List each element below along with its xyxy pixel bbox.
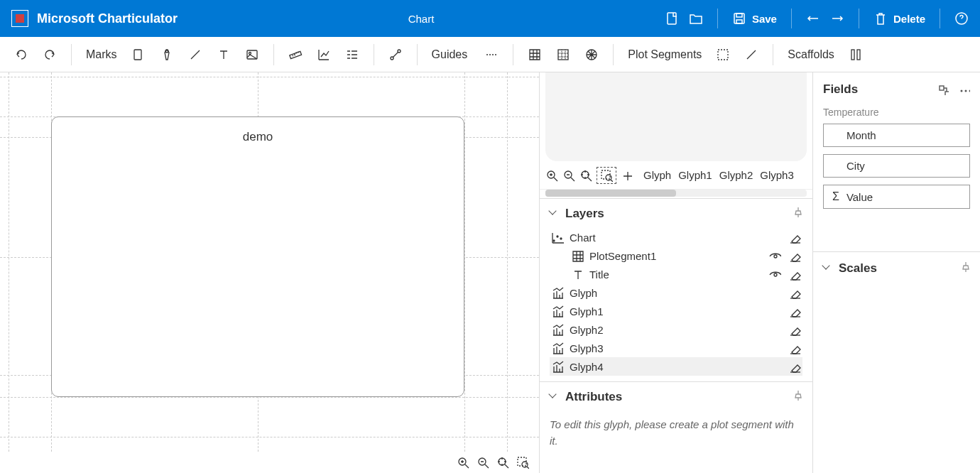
erase-icon[interactable] [788, 342, 801, 354]
help-button[interactable] [954, 11, 969, 26]
eye-icon[interactable] [768, 268, 781, 281]
glyph-zoom-fit-icon[interactable] [579, 169, 592, 182]
layer-item[interactable]: Glyph1 [550, 302, 802, 320]
guide-icon[interactable] [479, 42, 504, 67]
field-label: Month [846, 129, 876, 141]
zoom-area-icon[interactable] [516, 456, 529, 469]
glyph-tab[interactable]: Glyph1 [678, 169, 712, 181]
mark-text-icon[interactable] [211, 42, 236, 67]
glyph-tab[interactable]: Glyph3 [760, 169, 794, 181]
glyph-tab[interactable]: Glyph2 [719, 169, 753, 181]
attributes-panel: Attributes To edit this glyph, please cr… [540, 381, 812, 459]
erase-icon[interactable] [788, 360, 801, 373]
zoom-out-icon[interactable] [477, 456, 489, 469]
open-button[interactable] [689, 11, 703, 26]
delete-button[interactable]: Delete [873, 11, 925, 26]
attributes-pin-icon[interactable] [791, 389, 802, 404]
export-right-icon[interactable] [830, 11, 844, 26]
marks-label: Marks [86, 48, 117, 61]
sigma-icon: Σ [832, 190, 839, 203]
field-pill[interactable]: ΣValue [823, 185, 970, 209]
glyph-zoom-in-icon[interactable] [545, 169, 558, 182]
zoom-fit-icon[interactable] [496, 456, 509, 469]
grid-dashed-icon[interactable] [550, 42, 576, 67]
export-left-icon[interactable] [806, 11, 820, 26]
field-label: Value [846, 191, 873, 203]
mark-line-icon[interactable] [183, 42, 208, 67]
chart-icon [551, 231, 564, 244]
layer-item[interactable]: Glyph2 [550, 320, 802, 339]
link-icon[interactable] [383, 42, 408, 67]
fields-header: Fields [823, 82, 858, 97]
erase-icon[interactable] [788, 323, 801, 336]
field-pill[interactable]: Month [823, 124, 970, 147]
plot-segments-label: Plot Segments [628, 48, 702, 61]
erase-icon[interactable] [788, 305, 801, 317]
text-icon [571, 268, 584, 281]
save-button[interactable]: Save [732, 11, 777, 26]
glyph-preview[interactable] [545, 72, 807, 161]
zoom-in-icon[interactable] [457, 456, 469, 469]
layer-item-label: Glyph1 [570, 305, 604, 317]
nested-chart-icon[interactable] [311, 42, 337, 67]
layer-item-label: Glyph3 [570, 342, 604, 354]
glyph-toolbar: GlyphGlyph1Glyph2Glyph3 [540, 161, 812, 190]
field-label: City [846, 160, 865, 172]
segment-rect-icon[interactable] [710, 42, 736, 67]
derive-columns-icon[interactable] [937, 84, 949, 95]
app-header: Microsoft Charticulator Chart Save Delet… [0, 0, 980, 37]
attributes-header: Attributes [565, 390, 622, 404]
layer-item-label: Glyph [570, 287, 597, 299]
layer-item[interactable]: Glyph4 [550, 357, 802, 376]
layer-item-label: PlotSegment1 [589, 250, 656, 262]
legend-icon[interactable] [339, 42, 365, 67]
attributes-chevron-icon[interactable] [550, 393, 558, 401]
data-axis-icon[interactable] [283, 42, 308, 67]
undo-button[interactable] [9, 42, 34, 67]
new-button[interactable] [665, 11, 679, 26]
layer-item[interactable]: Title [550, 265, 802, 283]
toolbar: Marks Guides Plot Segments Scaffolds [0, 37, 980, 72]
more-icon[interactable] [959, 84, 970, 95]
erase-icon[interactable] [788, 286, 801, 299]
erase-icon[interactable] [788, 249, 801, 262]
glyph-icon [551, 342, 564, 354]
glyph-zoom-out-icon[interactable] [562, 169, 575, 182]
redo-button[interactable] [37, 42, 62, 67]
layer-item[interactable]: Glyph3 [550, 339, 802, 357]
app-logo [11, 10, 28, 27]
glyph-icon [551, 286, 564, 299]
scales-pin-icon[interactable] [959, 261, 970, 276]
plotsegment-icon [571, 249, 584, 262]
scales-chevron-icon[interactable] [823, 264, 832, 273]
guides-label: Guides [432, 48, 468, 61]
grid-icon[interactable] [522, 42, 548, 67]
layer-item[interactable]: Chart [550, 228, 802, 246]
segment-line-icon[interactable] [739, 42, 764, 67]
chart-title[interactable]: demo [52, 130, 464, 144]
field-pill[interactable]: City [823, 154, 970, 178]
layers-pin-icon[interactable] [791, 206, 802, 221]
right-panel: Fields Temperature MonthCityΣValue Scale… [813, 72, 980, 473]
layer-item[interactable]: PlotSegment1 [550, 246, 802, 265]
layer-item[interactable]: Glyph [550, 283, 802, 302]
chart-frame[interactable]: demo [51, 116, 464, 397]
scaffold-cols-icon[interactable] [843, 42, 869, 67]
eye-icon[interactable] [768, 249, 781, 262]
polar-icon[interactable] [579, 42, 604, 67]
canvas-panel[interactable]: demo [0, 72, 540, 473]
layers-header: Layers [565, 207, 604, 221]
erase-icon[interactable] [788, 268, 801, 281]
glyph-tab[interactable]: Glyph [643, 169, 671, 181]
mark-rect-icon[interactable] [126, 42, 151, 67]
layer-item-label: Glyph2 [570, 324, 604, 336]
glyph-icon [551, 360, 564, 373]
layers-chevron-icon[interactable] [550, 210, 558, 218]
erase-icon[interactable] [788, 231, 801, 244]
glyph-add-icon[interactable] [621, 169, 633, 182]
glyph-zoom-area-icon[interactable] [600, 169, 613, 182]
glyph-scrollbar[interactable] [545, 190, 807, 197]
chart-name[interactable]: Chart [178, 13, 665, 25]
mark-image-icon[interactable] [239, 42, 265, 67]
mark-symbol-icon[interactable] [154, 42, 180, 67]
